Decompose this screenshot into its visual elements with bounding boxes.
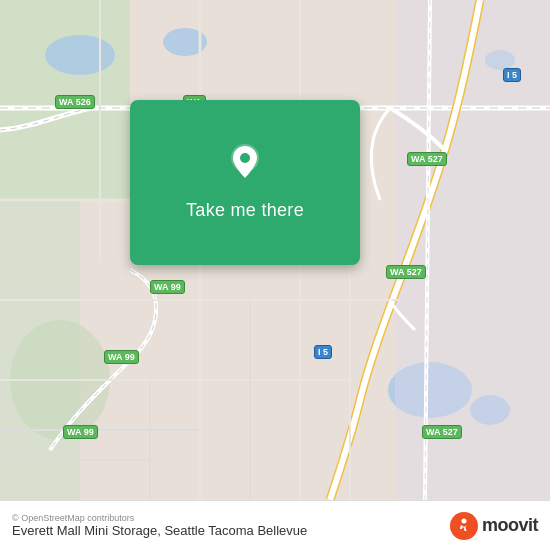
badge-wa526: WA 526 bbox=[55, 95, 95, 109]
take-me-there-button[interactable]: Take me there bbox=[178, 196, 312, 225]
moovit-text: moovit bbox=[482, 515, 538, 536]
location-name: Everett Mall Mini Storage, Seattle Tacom… bbox=[12, 523, 307, 538]
bottom-info: © OpenStreetMap contributors Everett Mal… bbox=[12, 513, 307, 538]
svg-point-4 bbox=[45, 35, 115, 75]
location-pin-icon bbox=[223, 140, 267, 184]
map-container: WA 526 WA I 5 WA 527 WA 527 WA 527 WA 99… bbox=[0, 0, 550, 500]
moovit-logo: moovit bbox=[450, 512, 538, 540]
svg-rect-9 bbox=[395, 0, 550, 500]
badge-wa99b: WA 99 bbox=[104, 350, 139, 364]
svg-point-25 bbox=[240, 153, 250, 163]
badge-i5-top: I 5 bbox=[503, 68, 521, 82]
moovit-icon bbox=[450, 512, 478, 540]
badge-wa99a: WA 99 bbox=[150, 280, 185, 294]
badge-i5b: I 5 bbox=[314, 345, 332, 359]
badge-wa527c: WA 527 bbox=[422, 425, 462, 439]
map-attribution: © OpenStreetMap contributors bbox=[12, 513, 307, 523]
badge-wa99c: WA 99 bbox=[63, 425, 98, 439]
bottom-bar: © OpenStreetMap contributors Everett Mal… bbox=[0, 500, 550, 550]
svg-point-26 bbox=[461, 518, 466, 523]
badge-wa527a: WA 527 bbox=[407, 152, 447, 166]
badge-wa527b: WA 527 bbox=[386, 265, 426, 279]
cta-card: Take me there bbox=[130, 100, 360, 265]
